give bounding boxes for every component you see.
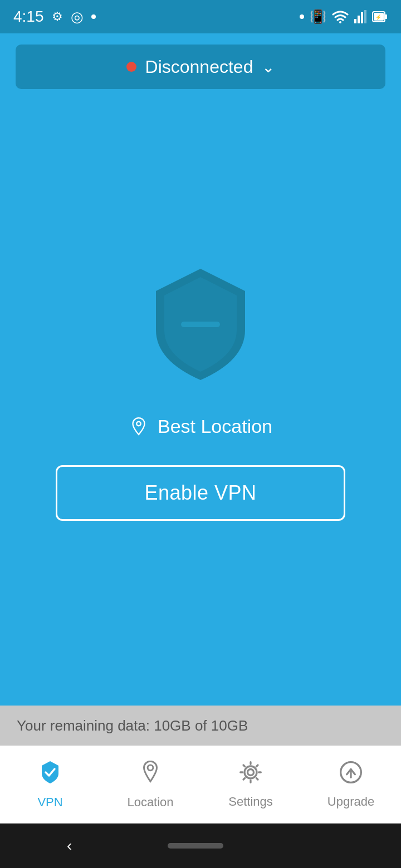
status-bar-right: 📳 ⚡ [300,9,388,24]
upgrade-icon [339,760,363,790]
gear-icon: ⚙ [52,9,63,24]
svg-rect-4 [364,10,366,23]
tab-vpn[interactable]: VPN [0,760,100,810]
location-nav-icon [139,760,162,791]
main-content: Best Location Enable VPN [0,100,401,706]
tab-upgrade-label: Upgrade [327,795,374,809]
svg-rect-1 [354,19,356,23]
shield-icon [139,263,262,386]
status-bar: 4:15 ⚙ ◎ 📳 ⚡ [0,0,401,33]
system-nav-bar: ‹ [0,823,401,868]
signal-dot [300,14,304,19]
svg-point-0 [339,21,341,23]
status-bar-left: 4:15 ⚙ ◎ [13,8,96,26]
accessibility-icon: ◎ [71,8,84,26]
svg-point-11 [148,765,153,771]
battery-icon: ⚡ [372,10,388,23]
status-time: 4:15 [13,8,44,26]
location-pin-icon [129,416,149,436]
tab-upgrade[interactable]: Upgrade [301,760,401,809]
data-remaining-bar: Your remaining data: 10GB of 10GB [0,706,401,746]
svg-rect-3 [361,12,363,23]
shield-container [139,263,262,388]
svg-point-13 [244,766,257,778]
tab-vpn-label: VPN [37,795,62,810]
signal-icon [354,10,366,23]
best-location-label: Best Location [158,416,272,437]
tab-settings-label: Settings [228,795,273,809]
data-remaining-text: Your remaining data: 10GB of 10GB [17,717,248,734]
svg-point-10 [136,422,141,426]
vibrate-icon: 📳 [310,9,326,24]
bottom-nav: VPN Location Settings [0,746,401,823]
back-button[interactable]: ‹ [67,837,72,855]
connection-bar[interactable]: Disconnected ⌄ [16,45,385,89]
enable-vpn-button[interactable]: Enable VPN [56,465,345,521]
home-pill[interactable] [168,843,223,849]
svg-text:⚡: ⚡ [375,14,382,21]
connection-status-dot [126,62,136,72]
wifi-icon [332,10,349,23]
svg-rect-6 [385,14,387,19]
tab-location-label: Location [127,795,173,810]
best-location-row[interactable]: Best Location [129,416,272,437]
vpn-check-icon [37,760,63,791]
connection-status-text: Disconnected [145,57,253,77]
svg-rect-2 [358,16,360,23]
tab-location[interactable]: Location [100,760,200,810]
tab-settings[interactable]: Settings [200,760,301,809]
settings-gear-icon [238,760,263,790]
chevron-down-icon: ⌄ [262,58,275,76]
svg-point-12 [248,770,254,776]
status-indicator-dot [91,14,96,19]
